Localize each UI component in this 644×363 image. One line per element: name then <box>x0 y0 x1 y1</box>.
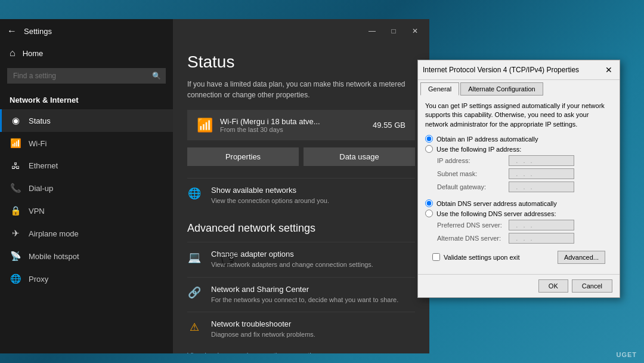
change-adapter-item[interactable]: 💻 Change adapter options View network ad… <box>187 242 415 276</box>
search-box: 🔍 <box>7 68 166 84</box>
desktop: ← Settings ⌂ Home 🔍 Network & Internet ◉… <box>0 0 644 363</box>
ethernet-label: Ethernet <box>29 161 58 170</box>
adapter-text: Change adapter options View network adap… <box>211 250 373 269</box>
home-nav-item[interactable]: ⌂ Home <box>0 43 173 63</box>
dialog-titlebar: Internet Protocol Version 4 (TCP/IPv4) P… <box>418 60 620 80</box>
settings-sidebar: ← Settings ⌂ Home 🔍 Network & Internet ◉… <box>0 19 173 353</box>
show-networks-item[interactable]: 🌐 Show available networks View the conne… <box>187 178 415 213</box>
manual-ip-label: Use the following IP address: <box>436 146 521 153</box>
airplane-label: Airplane mode <box>29 229 79 238</box>
subnet-mask-row: Subnet mask: <box>425 168 612 179</box>
radio-auto-dns[interactable]: Obtain DNS server address automatically <box>425 199 612 207</box>
radio-manual-ip[interactable]: Use the following IP address: <box>425 145 612 153</box>
networks-title: Show available networks <box>211 186 329 195</box>
ethernet-icon: 🖧 <box>10 161 21 171</box>
sidebar-item-vpn[interactable]: 🔒 VPN <box>0 199 173 222</box>
tab-alternate[interactable]: Alternate Configuration <box>460 82 543 96</box>
view-hardware-link[interactable]: View hardware and connection properties <box>187 352 415 353</box>
page-title: Status <box>187 53 415 72</box>
settings-title-label: Settings <box>24 27 52 36</box>
settings-titlebar: ← Settings <box>0 19 173 43</box>
networks-icon: 🌐 <box>187 187 202 200</box>
radio-manual-dns[interactable]: Use the following DNS server addresses: <box>425 210 612 217</box>
proxy-icon: 🌐 <box>10 273 21 284</box>
networks-text: Show available networks View the connect… <box>211 186 329 205</box>
sharing-text: Network and Sharing Center For the netwo… <box>211 285 398 304</box>
ok-button[interactable]: OK <box>538 279 568 293</box>
sidebar-item-airplane[interactable]: ✈ Airplane mode <box>0 222 173 245</box>
sidebar-item-ethernet[interactable]: 🖧 Ethernet <box>0 155 173 177</box>
warning-icon: ⚠ <box>187 321 202 334</box>
troubleshooter-desc: Diagnose and fix network problems. <box>211 330 315 339</box>
close-button[interactable]: ✕ <box>405 21 425 41</box>
main-content: Status If you have a limited data plan, … <box>173 43 429 353</box>
troubleshooter-item[interactable]: ⚠ Network troubleshooter Diagnose and fi… <box>187 312 415 346</box>
sidebar-item-dialup[interactable]: 📞 Dial-up <box>0 177 173 199</box>
manual-dns-radio[interactable] <box>425 210 433 217</box>
auto-ip-radio[interactable] <box>425 135 433 143</box>
sidebar-item-hotspot[interactable]: 📡 Mobile hotspot <box>0 245 173 267</box>
preferred-dns-input[interactable] <box>509 220 574 230</box>
sharing-icon: 🔗 <box>187 286 202 299</box>
radio-auto-ip[interactable]: Obtain an IP address automatically <box>425 135 612 143</box>
adapter-title: Change adapter options <box>211 250 373 259</box>
troubleshooter-text: Network troubleshooter Diagnose and fix … <box>211 319 315 339</box>
subnet-mask-input[interactable] <box>509 168 574 179</box>
watermark: UGET <box>616 351 637 358</box>
manual-ip-radio[interactable] <box>425 145 433 153</box>
auto-dns-radio[interactable] <box>425 199 433 207</box>
search-input[interactable] <box>7 68 166 84</box>
nav-list: ◉ Status 📶 Wi-Fi 🖧 Ethernet 📞 Dial-up 🔒 … <box>0 109 173 353</box>
home-icon: ⌂ <box>10 48 16 59</box>
networks-desc: View the connection options around you. <box>211 196 329 205</box>
troubleshooter-title: Network troubleshooter <box>211 319 315 328</box>
sidebar-item-status[interactable]: ◉ Status <box>0 109 173 132</box>
dialog-tabs: General Alternate Configuration <box>418 80 620 96</box>
sidebar-item-wifi[interactable]: 📶 Wi-Fi <box>0 132 173 155</box>
tcpip-dialog: Internet Protocol Version 4 (TCP/IPv4) P… <box>417 60 620 298</box>
wifi-card-icon: 📶 <box>197 118 213 133</box>
default-gateway-input[interactable] <box>509 182 574 192</box>
ip-address-row: IP address: <box>425 155 612 166</box>
wifi-data: 49.55 GB <box>373 121 405 130</box>
main-titlebar: — □ ✕ <box>173 19 429 43</box>
proxy-label: Proxy <box>29 275 48 284</box>
advanced-footer: Validate settings upon exit Advanced... <box>425 246 612 268</box>
validate-label: Validate settings upon exit <box>444 254 520 261</box>
cancel-button[interactable]: Cancel <box>572 279 612 293</box>
vpn-label: VPN <box>29 207 45 216</box>
airplane-icon: ✈ <box>10 228 21 239</box>
ip-address-label: IP address: <box>437 157 509 164</box>
validate-checkbox-row[interactable]: Validate settings upon exit <box>432 253 520 261</box>
dialup-label: Dial-up <box>29 184 53 193</box>
adapter-icon: 💻 <box>187 251 202 264</box>
dialog-close-button[interactable]: ✕ <box>603 64 615 76</box>
action-buttons: Properties Data usage <box>187 147 415 166</box>
alternate-dns-row: Alternate DNS server: <box>425 233 612 244</box>
wifi-card: 📶 Wi-Fi (Mergu i 18 buta atve... From th… <box>187 110 415 140</box>
dialog-footer: OK Cancel <box>418 274 620 297</box>
maximize-button[interactable]: □ <box>384 21 403 41</box>
preferred-dns-label: Preferred DNS server: <box>437 222 509 229</box>
auto-dns-label: Obtain DNS server address automatically <box>436 200 557 207</box>
data-usage-button[interactable]: Data usage <box>304 147 415 166</box>
back-button[interactable]: ← <box>7 26 17 36</box>
default-gateway-row: Default gateway: <box>425 182 612 192</box>
validate-checkbox[interactable] <box>432 253 440 261</box>
sidebar-item-proxy[interactable]: 🌐 Proxy <box>0 267 173 290</box>
wifi-name: Wi-Fi (Mergu i 18 buta atve... <box>220 117 373 126</box>
advanced-button[interactable]: Advanced... <box>558 251 605 264</box>
vpn-icon: 🔒 <box>10 205 21 216</box>
ip-address-input[interactable] <box>509 155 574 166</box>
alternate-dns-label: Alternate DNS server: <box>437 235 509 242</box>
auto-ip-label: Obtain an IP address automatically <box>436 136 538 143</box>
section-label: Network & Internet <box>0 88 173 109</box>
search-icon: 🔍 <box>152 72 161 80</box>
sharing-center-item[interactable]: 🔗 Network and Sharing Center For the net… <box>187 277 415 312</box>
tab-general[interactable]: General <box>420 82 459 96</box>
alternate-dns-input[interactable] <box>509 233 574 244</box>
minimize-button[interactable]: — <box>363 21 382 41</box>
home-label: Home <box>23 49 44 58</box>
properties-button[interactable]: Properties <box>187 147 299 166</box>
default-gateway-label: Default gateway: <box>437 183 509 190</box>
